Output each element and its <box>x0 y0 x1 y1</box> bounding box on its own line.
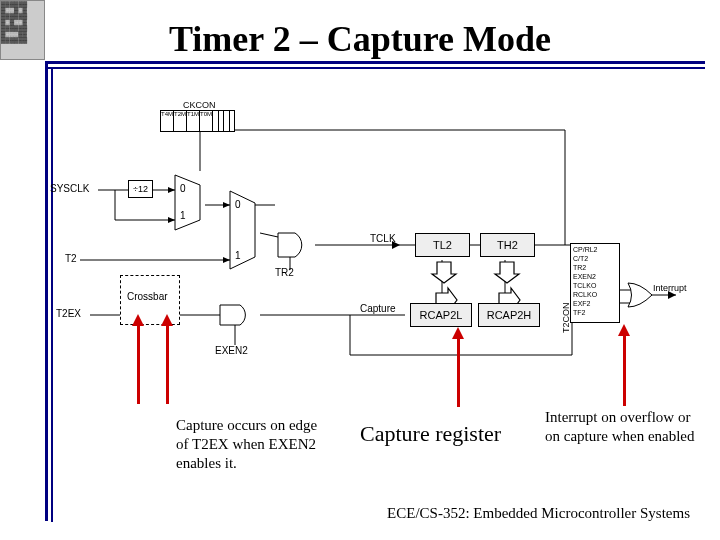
crossbar-label: Crossbar <box>127 291 168 302</box>
frame-top-2 <box>45 67 705 69</box>
svg-marker-39 <box>230 191 255 269</box>
ckcon-register: T4M T2M T1M T0M <box>160 110 235 132</box>
svg-marker-32 <box>223 202 230 208</box>
t2con-register: CP/RL2 C/T2 TR2 EXEN2 TCLKO RCLKO EXF2 T… <box>570 243 620 323</box>
red-arrow-3 <box>457 337 460 407</box>
th2-register: TH2 <box>480 233 535 257</box>
mux-b-1: 1 <box>235 250 241 261</box>
tclk-label: TCLK <box>370 233 396 244</box>
frame-top-1 <box>45 61 705 64</box>
mux-a-0: 0 <box>180 183 186 194</box>
svg-marker-36 <box>432 262 456 283</box>
red-arrow-2 <box>166 324 169 404</box>
caption-center: Capture register <box>360 420 510 448</box>
block-diagram: CKCON T4M T2M T1M T0M SYSCLK T2 T2EX ÷12… <box>60 95 680 365</box>
frame-left-1 <box>45 61 48 521</box>
ckcon-label: CKCON <box>183 100 216 110</box>
sysclk-label: SYSCLK <box>50 183 89 194</box>
caption-left: Capture occurs on edge of T2EX when EXEN… <box>176 416 326 472</box>
slide-footer: ECE/CS-352: Embedded Microcontroller Sys… <box>387 505 690 522</box>
red-arrow-1 <box>137 324 140 404</box>
t2ex-label: T2EX <box>56 308 81 319</box>
exen2-label: EXEN2 <box>215 345 248 356</box>
slide-title: Timer 2 – Capture Mode <box>0 18 720 60</box>
caption-right: Interrupt on overflow or on capture when… <box>545 408 695 446</box>
mux-a-1: 1 <box>180 210 186 221</box>
svg-marker-30 <box>168 187 175 193</box>
frame-left-2 <box>51 67 53 522</box>
rcap2h-register: RCAP2H <box>478 303 540 327</box>
svg-marker-37 <box>495 262 519 283</box>
svg-marker-33 <box>223 257 230 263</box>
rcap2l-register: RCAP2L <box>410 303 472 327</box>
capture-label: Capture <box>360 303 396 314</box>
mux-b-0: 0 <box>235 199 241 210</box>
tr2-label: TR2 <box>275 267 294 278</box>
div12-block: ÷12 <box>128 180 153 198</box>
t2-label: T2 <box>65 253 77 264</box>
red-arrow-4 <box>623 334 626 406</box>
interrupt-label: Interrupt <box>653 283 687 293</box>
tl2-register: TL2 <box>415 233 470 257</box>
svg-marker-31 <box>168 217 175 223</box>
svg-marker-38 <box>175 175 200 230</box>
